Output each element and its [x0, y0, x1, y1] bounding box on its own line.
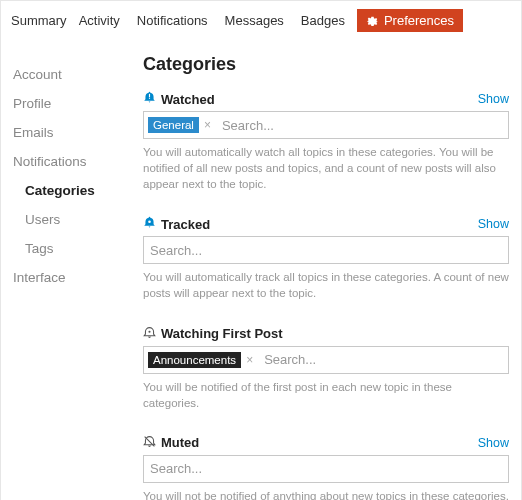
tab-summary[interactable]: Summary: [11, 13, 67, 28]
sidebar-item-profile[interactable]: Profile: [13, 89, 131, 118]
gear-icon: [366, 13, 379, 28]
tracked-help: You will automatically track all topics …: [143, 269, 509, 301]
watched-show-link[interactable]: Show: [478, 92, 509, 106]
sidebar-item-account[interactable]: Account: [13, 60, 131, 89]
tracked-input[interactable]: [143, 236, 509, 264]
tab-messages[interactable]: Messages: [220, 13, 284, 28]
svg-point-4: [148, 221, 151, 224]
tab-label: Preferences: [384, 13, 454, 28]
watching-first-section: Watching First Post Announcements × You …: [143, 326, 509, 411]
main-content: Categories Watched Show General ×: [131, 48, 509, 500]
muted-label: Muted: [143, 435, 199, 451]
muted-search-input[interactable]: [148, 459, 504, 478]
tracked-search-input[interactable]: [148, 241, 504, 260]
watched-section: Watched Show General × You will automati…: [143, 91, 509, 192]
sidebar-item-interface[interactable]: Interface: [13, 263, 131, 292]
watching-first-help: You will be notified of the first post i…: [143, 379, 509, 411]
watching-first-label: Watching First Post: [143, 326, 283, 342]
tab-label: Summary: [11, 13, 67, 28]
chip-remove-icon[interactable]: ×: [199, 118, 216, 132]
bell-dot-icon: [143, 326, 156, 342]
watching-first-search-input[interactable]: [262, 350, 504, 369]
sidebar-item-categories[interactable]: Categories: [13, 176, 131, 205]
tab-label: Badges: [301, 13, 345, 28]
svg-point-5: [148, 330, 150, 332]
muted-help: You will not be notified of anything abo…: [143, 488, 509, 500]
bell-exclaim-icon: [143, 91, 156, 107]
tab-label: Activity: [79, 13, 120, 28]
tracked-label: Tracked: [143, 216, 210, 232]
watched-input[interactable]: General ×: [143, 111, 509, 139]
muted-input[interactable]: [143, 455, 509, 483]
tab-badges[interactable]: Badges: [296, 13, 345, 28]
sidebar-item-tags[interactable]: Tags: [13, 234, 131, 263]
tab-notifications[interactable]: Notifications: [132, 13, 208, 28]
tracked-section: Tracked Show You will automatically trac…: [143, 216, 509, 301]
tab-label: Messages: [225, 13, 284, 28]
chip-general: General ×: [148, 117, 216, 133]
watched-search-input[interactable]: [220, 116, 504, 135]
svg-rect-2: [149, 94, 150, 97]
watched-help: You will automatically watch all topics …: [143, 144, 509, 192]
muted-show-link[interactable]: Show: [478, 436, 509, 450]
tab-label: Notifications: [137, 13, 208, 28]
page-title: Categories: [143, 54, 509, 75]
tab-activity[interactable]: Activity: [79, 13, 120, 28]
sidebar-item-users[interactable]: Users: [13, 205, 131, 234]
sidebar-item-notifications[interactable]: Notifications: [13, 147, 131, 176]
svg-rect-3: [149, 98, 150, 99]
sidebar-item-emails[interactable]: Emails: [13, 118, 131, 147]
chip-announcements: Announcements ×: [148, 352, 258, 368]
tracked-show-link[interactable]: Show: [478, 217, 509, 231]
tab-preferences[interactable]: Preferences: [357, 9, 463, 32]
watching-first-input[interactable]: Announcements ×: [143, 346, 509, 374]
preferences-sidebar: Account Profile Emails Notifications Cat…: [13, 48, 131, 500]
watched-label: Watched: [143, 91, 215, 107]
bell-icon: [143, 216, 156, 232]
chip-remove-icon[interactable]: ×: [241, 353, 258, 367]
bell-slash-icon: [143, 435, 156, 451]
muted-section: Muted Show You will not be notified of a…: [143, 435, 509, 500]
top-tabs: Summary Activity Notifications Messages …: [1, 1, 521, 38]
